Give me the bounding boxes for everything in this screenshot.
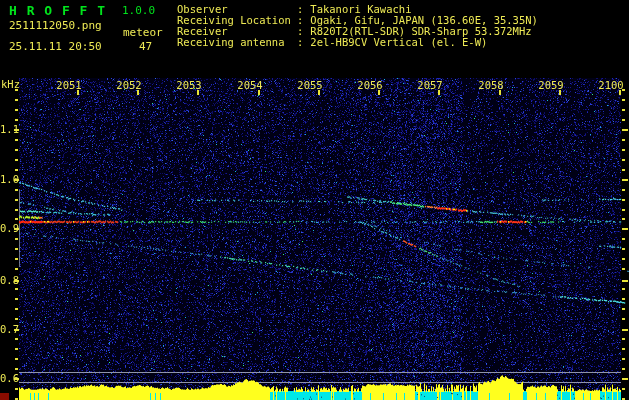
capture-filename: 2511112050.png xyxy=(9,19,102,32)
time-tick-label: 2059 xyxy=(534,79,568,91)
freq-tick-label: 0.6 xyxy=(0,372,14,384)
app-title: H R O F F T xyxy=(9,3,106,18)
freq-tick-label: 0.7 xyxy=(0,323,14,335)
time-tick-label: 2100 xyxy=(594,79,628,91)
info-label-antenna: Receiving antenna xyxy=(177,37,297,48)
freq-axis-unit-label: kHz xyxy=(1,78,20,90)
time-tick-label: 2057 xyxy=(413,79,447,91)
observation-info: Observer:Takanori Kawachi Receiving Loca… xyxy=(177,4,538,48)
observation-mode: meteor xyxy=(123,26,163,39)
app-version: 1.0.0 xyxy=(122,4,155,17)
time-tick-label: 2055 xyxy=(293,79,327,91)
spectrogram-canvas xyxy=(0,0,629,400)
time-tick-label: 2052 xyxy=(112,79,146,91)
capture-datetime: 25.11.11 20:50 xyxy=(9,40,102,53)
time-tick-label: 2053 xyxy=(172,79,206,91)
freq-tick-label: 0.8 xyxy=(0,274,14,286)
freq-tick-label: 1.0 xyxy=(0,173,14,185)
time-tick-label: 2058 xyxy=(474,79,508,91)
time-tick-label: 2056 xyxy=(353,79,387,91)
info-value-antenna: 2el-HB9CV Vertical (el. E-W) xyxy=(303,37,487,48)
time-tick-label: 2051 xyxy=(52,79,86,91)
freq-tick-label: 1.1 xyxy=(0,123,14,135)
freq-tick-label: 0.9 xyxy=(0,222,14,234)
echo-count: 47 xyxy=(139,40,152,53)
hrofft-window: H R O F F T 1.0.0 2511112050.png meteor … xyxy=(0,0,629,400)
time-tick-label: 2054 xyxy=(233,79,267,91)
info-row-antenna: Receiving antenna:2el-HB9CV Vertical (el… xyxy=(177,37,538,48)
